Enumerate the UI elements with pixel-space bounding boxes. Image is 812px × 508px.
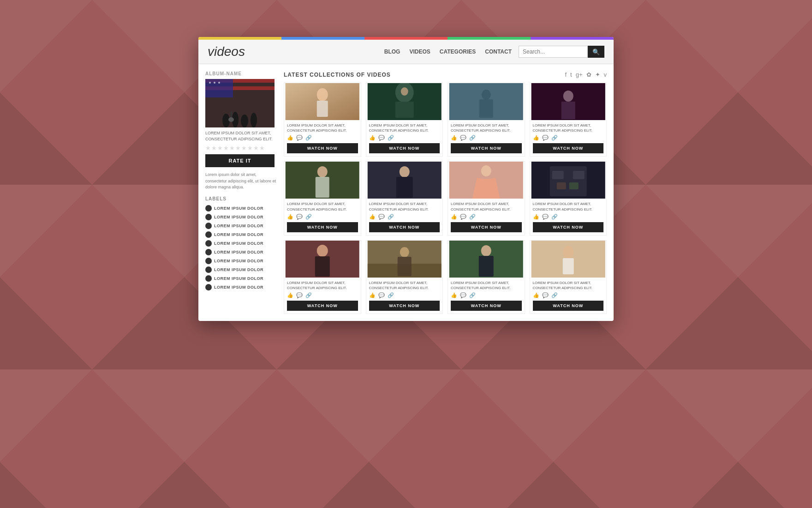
watch-btn-7[interactable]: WATCH NOW [533, 222, 604, 232]
watch-btn-5[interactable]: WATCH NOW [369, 222, 440, 232]
watch-btn-4[interactable]: WATCH NOW [287, 222, 358, 232]
comment-icon-3[interactable]: 💬 [542, 135, 549, 141]
comment-icon-7[interactable]: 💬 [542, 214, 549, 220]
video-desc-10: LOREM IPSUM DOLOR SIT AMET,CONSECTETUR A… [451, 280, 522, 290]
share-icon-6[interactable]: 🔗 [469, 214, 476, 220]
comment-icon-4[interactable]: 💬 [296, 214, 303, 220]
label-item-7[interactable]: LOREM IPSUM DOLOR [205, 266, 277, 273]
label-item-4[interactable]: LOREM IPSUM DOLOR [205, 240, 277, 247]
share-icon-10[interactable]: 🔗 [469, 292, 476, 298]
share-icon-3[interactable]: 🔗 [551, 135, 558, 141]
share-icon-1[interactable]: 🔗 [388, 135, 394, 141]
svg-rect-30 [316, 177, 329, 198]
comment-icon-10[interactable]: 💬 [460, 292, 466, 298]
comment-icon-5[interactable]: 💬 [378, 214, 385, 220]
label-item-0[interactable]: LOREM IPSUM DOLOR [205, 205, 277, 212]
vimeo-icon[interactable]: v [604, 71, 607, 78]
label-item-9[interactable]: LOREM IPSUM DOLOR [205, 284, 277, 290]
social-icons: f t g+ ✿ ✦ v [565, 71, 607, 78]
watch-btn-3[interactable]: WATCH NOW [533, 143, 604, 153]
label-item-1[interactable]: LOREM IPSUM DOLOR [205, 214, 277, 220]
like-icon-3[interactable]: 👍 [533, 135, 539, 141]
svg-rect-55 [562, 258, 573, 274]
search-input[interactable] [519, 46, 588, 58]
like-icon-10[interactable]: 👍 [451, 292, 457, 298]
like-icon-0[interactable]: 👍 [287, 135, 293, 141]
pinterest-icon[interactable]: ✿ [586, 71, 591, 78]
share-icon-9[interactable]: 🔗 [388, 292, 394, 298]
header: videos BLOG VIDEOS CATEGORIES CONTACT 🔍 [198, 40, 614, 64]
label-item-5[interactable]: LOREM IPSUM DOLOR [205, 249, 277, 255]
nav-blog[interactable]: BLOG [384, 48, 400, 55]
twitter-icon[interactable]: t [570, 71, 572, 78]
search-button[interactable]: 🔍 [588, 46, 604, 58]
comment-icon-0[interactable]: 💬 [296, 135, 303, 141]
like-icon-4[interactable]: 👍 [287, 214, 293, 220]
video-desc-5: LOREM IPSUM DOLOR SIT AMET,CONSECTETUR A… [369, 201, 440, 212]
video-info-2: LOREM IPSUM DOLOR SIT AMET,CONSECTETUR A… [448, 120, 525, 156]
share-icon-8[interactable]: 🔗 [305, 292, 312, 298]
star-rating: ★ ★ ★ ★ ★ ★ ★ ★ ★ ★ [205, 145, 277, 151]
label-item-8[interactable]: LOREM IPSUM DOLOR [205, 275, 277, 282]
comment-icon-6[interactable]: 💬 [460, 214, 466, 220]
watch-btn-9[interactable]: WATCH NOW [369, 301, 440, 311]
watch-btn-6[interactable]: WATCH NOW [451, 222, 522, 232]
like-icon-5[interactable]: 👍 [369, 214, 376, 220]
video-desc-11: LOREM IPSUM DOLOR SIT AMET,CONSECTETUR A… [533, 280, 604, 290]
share-icon-11[interactable]: 🔗 [551, 292, 558, 298]
share-icon-0[interactable]: 🔗 [305, 135, 312, 141]
main-content: LATEST COLLECTIONS OF VIDEOS f t g+ ✿ ✦ … [284, 71, 607, 314]
watch-btn-8[interactable]: WATCH NOW [287, 301, 358, 311]
watch-btn-11[interactable]: WATCH NOW [533, 301, 604, 311]
star-1: ★ [205, 145, 211, 151]
comment-icon-9[interactable]: 💬 [378, 292, 385, 298]
label-item-6[interactable]: LOREM IPSUM DOLOR [205, 258, 277, 264]
comment-icon-8[interactable]: 💬 [296, 292, 303, 298]
share-icon-4[interactable]: 🔗 [305, 214, 312, 220]
rate-button[interactable]: RATE IT [205, 154, 275, 167]
label-dot-6 [205, 258, 212, 264]
video-card-11: LOREM IPSUM DOLOR SIT AMET,CONSECTETUR A… [530, 240, 607, 314]
video-card-6: LOREM IPSUM DOLOR SIT AMET,CONSECTETUR A… [448, 161, 525, 235]
label-item-2[interactable]: LOREM IPSUM DOLOR [205, 223, 277, 229]
color-bar-blue [281, 37, 364, 40]
like-icon-7[interactable]: 👍 [533, 214, 539, 220]
star-9: ★ [253, 145, 259, 151]
watch-btn-1[interactable]: WATCH NOW [369, 143, 440, 153]
svg-point-50 [481, 245, 491, 256]
color-bar-red [364, 37, 448, 40]
watch-btn-0[interactable]: WATCH NOW [287, 143, 358, 153]
color-bar-purple [531, 37, 614, 40]
svg-point-43 [317, 245, 328, 257]
star-4: ★ [223, 145, 229, 151]
video-thumb-6 [448, 162, 525, 199]
label-text-4: LOREM IPSUM DOLOR [214, 241, 263, 246]
like-icon-1[interactable]: 👍 [369, 135, 376, 141]
video-actions-8: 👍 💬 🔗 [287, 292, 358, 298]
star-7: ★ [241, 145, 247, 151]
like-icon-9[interactable]: 👍 [369, 292, 376, 298]
label-text-6: LOREM IPSUM DOLOR [214, 259, 263, 263]
dribbble-icon[interactable]: ✦ [595, 71, 600, 78]
nav-contact[interactable]: CONTACT [485, 48, 512, 55]
comment-icon-1[interactable]: 💬 [378, 135, 385, 141]
video-info-3: LOREM IPSUM DOLOR SIT AMET,CONSECTETUR A… [530, 120, 607, 156]
nav-categories[interactable]: CATEGORIES [440, 48, 476, 55]
svg-point-54 [562, 246, 573, 259]
label-item-3[interactable]: LOREM IPSUM DOLOR [205, 231, 277, 238]
googleplus-icon[interactable]: g+ [576, 71, 583, 78]
watch-btn-10[interactable]: WATCH NOW [451, 301, 522, 311]
facebook-icon[interactable]: f [565, 71, 567, 78]
star-2: ★ [211, 145, 217, 151]
like-icon-2[interactable]: 👍 [451, 135, 457, 141]
comment-icon-2[interactable]: 💬 [460, 135, 466, 141]
comment-icon-11[interactable]: 💬 [542, 292, 549, 298]
share-icon-2[interactable]: 🔗 [469, 135, 476, 141]
share-icon-5[interactable]: 🔗 [388, 214, 394, 220]
like-icon-8[interactable]: 👍 [287, 292, 293, 298]
share-icon-7[interactable]: 🔗 [551, 214, 558, 220]
watch-btn-2[interactable]: WATCH NOW [451, 143, 522, 153]
like-icon-11[interactable]: 👍 [533, 292, 539, 298]
like-icon-6[interactable]: 👍 [451, 214, 457, 220]
nav-videos[interactable]: VIDEOS [409, 48, 430, 55]
